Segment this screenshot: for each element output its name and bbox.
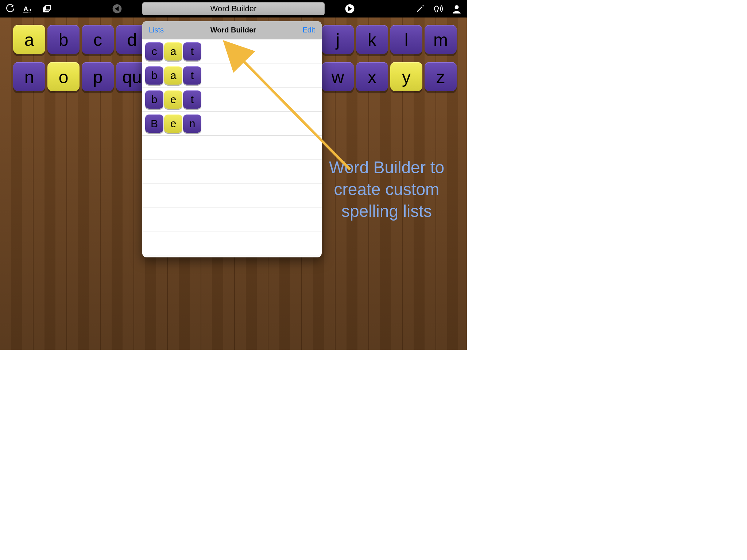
svg-text:a: a	[28, 7, 31, 12]
next-icon[interactable]	[344, 3, 356, 15]
ear-icon[interactable]	[433, 4, 444, 14]
mini-tile-t: t	[183, 42, 201, 61]
svg-rect-4	[46, 5, 51, 10]
word-row[interactable]: cat	[142, 39, 322, 63]
toolbar: A a Word Builder	[0, 0, 467, 18]
edit-button[interactable]: Edit	[303, 26, 315, 34]
letter-tile-c[interactable]: c	[82, 25, 114, 54]
word-builder-popover: Lists Word Builder Edit catbatbetBen	[142, 21, 322, 257]
prev-icon[interactable]	[111, 3, 123, 15]
popover-header: Lists Word Builder Edit	[142, 21, 322, 39]
mini-tile-t: t	[183, 66, 201, 85]
letter-tile-l[interactable]: l	[390, 25, 422, 54]
mini-tile-b: b	[145, 90, 163, 109]
mini-tile-n: n	[183, 114, 201, 133]
mini-tile-b: b	[145, 66, 163, 85]
svg-point-9	[455, 5, 459, 9]
popover-body[interactable]: catbatbetBen	[142, 39, 322, 257]
letter-tile-z[interactable]: z	[425, 62, 457, 91]
empty-row	[142, 232, 322, 256]
letter-tile-k[interactable]: k	[356, 25, 388, 54]
letter-tile-j[interactable]: j	[322, 25, 354, 54]
mini-tile-a: a	[164, 42, 182, 61]
annotation-caption: Word Builder to create custom spelling l…	[328, 157, 445, 222]
letter-tile-a[interactable]: a	[13, 25, 45, 54]
empty-row	[142, 184, 322, 208]
letter-tile-n[interactable]: n	[13, 62, 45, 91]
mini-tile-B: B	[145, 114, 163, 133]
empty-row	[142, 160, 322, 184]
font-icon[interactable]: A a	[23, 4, 34, 14]
letter-tile-p[interactable]: p	[82, 62, 114, 91]
empty-row	[142, 208, 322, 232]
letter-tile-o[interactable]: o	[47, 62, 80, 91]
word-row[interactable]: bat	[142, 63, 322, 88]
letter-tile-w[interactable]: w	[322, 62, 354, 91]
mini-tile-e: e	[164, 114, 182, 133]
word-row[interactable]: bet	[142, 88, 322, 112]
page-title[interactable]: Word Builder	[142, 2, 325, 15]
letter-tile-b[interactable]: b	[47, 25, 80, 54]
mini-tile-t: t	[183, 90, 201, 109]
letter-tile-x[interactable]: x	[356, 62, 388, 91]
mini-tile-a: a	[164, 66, 182, 85]
refresh-icon[interactable]	[5, 4, 15, 14]
empty-row	[142, 136, 322, 160]
empty-row	[142, 256, 322, 257]
mini-tile-e: e	[164, 90, 182, 109]
svg-text:A: A	[23, 5, 28, 13]
popover-title: Word Builder	[210, 26, 256, 34]
letter-tile-m[interactable]: m	[425, 25, 457, 54]
letter-tile-y[interactable]: y	[390, 62, 422, 91]
mini-tile-c: c	[145, 42, 163, 61]
lists-back-button[interactable]: Lists	[149, 26, 164, 34]
word-row[interactable]: Ben	[142, 112, 322, 136]
cards-icon[interactable]	[42, 4, 52, 14]
user-icon[interactable]	[452, 4, 462, 14]
pencil-icon[interactable]	[415, 4, 425, 14]
